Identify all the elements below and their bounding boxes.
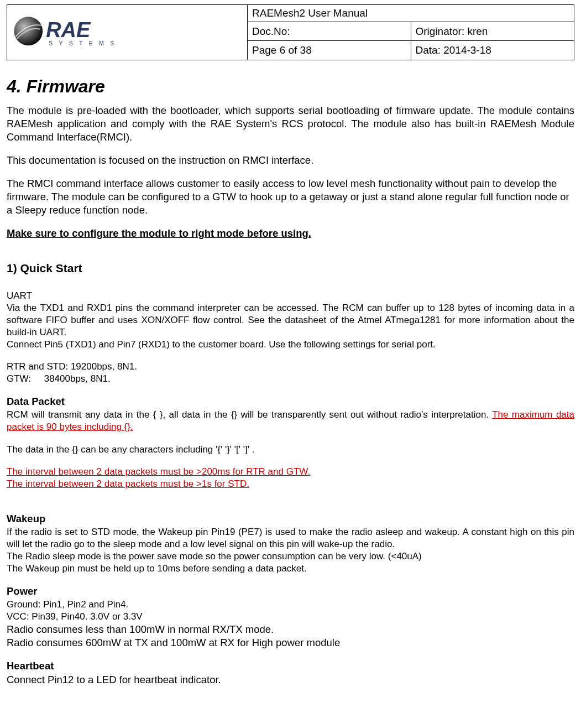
data-packet-title: Data Packet — [7, 395, 574, 409]
uart-p1: Via the TXD1 and RXD1 pins the command i… — [7, 302, 574, 339]
wakeup-title: Wakeup — [7, 512, 574, 526]
logo-cell: RAE S Y S T E M S — [7, 5, 248, 60]
data-packet-p1: RCM will transmit any data in the { }, a… — [7, 409, 574, 433]
heartbeat-title: Heartbeat — [7, 659, 574, 673]
power-p4: Radio consumes 600mW at TX and 100mW at … — [7, 636, 574, 649]
doc-originator: Originator: kren — [411, 22, 574, 41]
firmware-p3: The RMCI command interface allows custom… — [7, 177, 574, 217]
section-heading-firmware: 4. Firmware — [7, 75, 574, 98]
firmware-p1: The module is pre-loaded with the bootlo… — [7, 104, 574, 144]
firmware-note: Make sure to configure the module to rig… — [7, 227, 574, 241]
rae-systems-logo: RAE S Y S T E M S — [12, 13, 117, 51]
power-p2: VCC: Pin39, Pin40. 3.0V or 3.3V — [7, 611, 574, 623]
data-packet-p3: The interval between 2 data packets must… — [7, 466, 574, 478]
doc-info-table: RAEMesh2 User Manual Doc.No: Originator:… — [248, 5, 574, 60]
uart-p4: GTW: 38400bps, 8N1. — [7, 373, 574, 385]
power-p1: Ground: Pin1, Pin2 and Pin4. — [7, 599, 574, 611]
doc-date-info: Data: 2014-3-18 — [411, 41, 574, 60]
wakeup-p3: The Wakeup pin must be held up to 10ms b… — [7, 563, 574, 575]
wakeup-p1: If the radio is set to STD mode, the Wak… — [7, 526, 574, 550]
power-p3: Radio consumes less than 100mW in normal… — [7, 623, 574, 636]
doc-row-1: Doc.No: Originator: kren — [248, 22, 574, 41]
svg-point-0 — [14, 17, 43, 46]
quick-start-heading: 1) Quick Start — [7, 261, 574, 276]
wakeup-p2: The Radio sleep mode is the power save m… — [7, 550, 574, 563]
heartbeat-p1: Connect Pin12 to a LED for heartbeat ind… — [7, 673, 574, 687]
uart-title: UART — [7, 290, 574, 302]
svg-text:RAE: RAE — [46, 18, 91, 41]
doc-no: Doc.No: — [248, 22, 411, 41]
doc-page-info: Page 6 of 38 — [248, 41, 411, 60]
doc-row-2: Page 6 of 38 Data: 2014-3-18 — [248, 40, 574, 60]
data-packet-p1a: RCM will transmit any data in the { }, a… — [7, 409, 492, 420]
firmware-p2: This documentation is focused on the ins… — [7, 154, 574, 167]
data-packet-p4: The interval between 2 data packets must… — [7, 478, 574, 490]
document-header: RAE S Y S T E M S RAEMesh2 User Manual D… — [7, 4, 574, 60]
power-title: Power — [7, 585, 574, 599]
uart-p2: Connect Pin5 (TXD1) and Pin7 (RXD1) to t… — [7, 339, 574, 351]
doc-title: RAEMesh2 User Manual — [248, 5, 574, 22]
svg-text:S Y S T E M S: S Y S T E M S — [49, 41, 116, 47]
data-packet-p2: The data in the {} can be any characters… — [7, 444, 574, 456]
uart-p3: RTR and STD: 19200bps, 8N1. — [7, 361, 574, 373]
